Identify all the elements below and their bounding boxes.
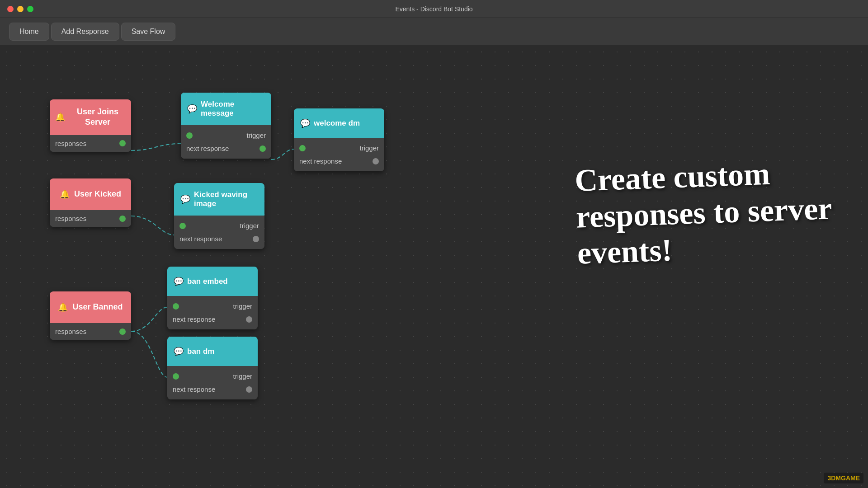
next-response-connector-ban-dm[interactable]: [246, 386, 252, 393]
next-response-label-ban-embed: next response: [173, 315, 215, 323]
next-response-row-welcome: next response: [186, 142, 266, 155]
response-node-kicked-waving-body: trigger next response: [174, 216, 264, 249]
next-response-row-kicked-waving: next response: [179, 232, 259, 245]
trigger-row-welcome-dm: trigger: [299, 141, 379, 155]
response-node-ban-embed-header: 💬 ban embed: [167, 267, 258, 296]
trigger-label-ban-embed: trigger: [233, 302, 252, 310]
event-node-user-kicked-header: 🔔 User Kicked: [50, 178, 131, 210]
toolbar: Home Add Response Save Flow: [0, 18, 868, 45]
response-node-welcome-msg-body: trigger next response: [181, 125, 271, 159]
responses-label-banned: responses: [55, 328, 86, 335]
next-response-connector-welcome-dm[interactable]: [373, 158, 379, 164]
bell-icon-kicked: 🔔: [60, 189, 70, 199]
next-response-row-welcome-dm: next response: [299, 155, 379, 168]
event-node-user-kicked-footer: responses: [50, 210, 131, 227]
next-response-row-ban-embed: next response: [173, 313, 252, 326]
trigger-connector-kicked-waving[interactable]: [179, 223, 186, 229]
response-node-welcome-dm-body: trigger next response: [294, 138, 384, 171]
response-node-welcome-dm-label: welcome dm: [314, 119, 360, 128]
promo-text: Create custom responses to server events…: [574, 154, 834, 272]
trigger-row-ban-embed: trigger: [173, 300, 252, 313]
close-button[interactable]: [7, 6, 14, 12]
next-response-connector-welcome[interactable]: [259, 145, 266, 152]
trigger-connector-welcome-dm[interactable]: [299, 145, 306, 151]
response-node-kicked-waving-header: 💬 Kicked waving image: [174, 183, 264, 216]
trigger-connector-ban-embed[interactable]: [173, 303, 179, 310]
chat-icon-welcome: 💬: [187, 104, 197, 114]
response-node-ban-embed-body: trigger next response: [167, 296, 258, 329]
next-response-label-welcome: next response: [186, 145, 229, 152]
event-node-user-banned-label: User Banned: [72, 302, 123, 312]
trigger-label-welcome: trigger: [246, 131, 266, 139]
save-flow-button[interactable]: Save Flow: [121, 23, 176, 41]
response-node-ban-embed-label: ban embed: [187, 277, 228, 286]
event-node-user-banned-footer: responses: [50, 323, 131, 340]
trigger-label-welcome-dm: trigger: [359, 144, 379, 152]
promo-line3: events!: [576, 233, 672, 271]
trigger-label-ban-dm: trigger: [233, 372, 252, 380]
response-node-ban-embed[interactable]: 💬 ban embed trigger next response: [167, 267, 258, 329]
next-response-connector-ban-embed[interactable]: [246, 316, 252, 323]
response-node-kicked-waving[interactable]: 💬 Kicked waving image trigger next respo…: [174, 183, 264, 249]
title-bar: Events - Discord Bot Studio: [0, 0, 868, 18]
chat-icon-ban-embed: 💬: [174, 277, 184, 286]
add-response-button[interactable]: Add Response: [51, 23, 119, 41]
responses-label: responses: [55, 140, 86, 147]
next-response-label-kicked-waving: next response: [179, 235, 222, 243]
trigger-label-kicked-waving: trigger: [240, 222, 259, 230]
event-node-user-banned-header: 🔔 User Banned: [50, 291, 131, 323]
trigger-row-kicked-waving: trigger: [179, 219, 259, 232]
bell-icon: 🔔: [55, 112, 65, 122]
response-node-ban-dm[interactable]: 💬 ban dm trigger next response: [167, 337, 258, 399]
response-node-welcome-msg[interactable]: 💬 Welcome message trigger next response: [181, 93, 271, 159]
next-response-connector-kicked-waving[interactable]: [253, 236, 259, 242]
responses-connector-kicked[interactable]: [119, 216, 126, 222]
chat-icon-welcome-dm: 💬: [300, 118, 310, 128]
chat-icon-ban-dm: 💬: [174, 347, 184, 357]
next-response-row-ban-dm: next response: [173, 383, 252, 396]
chat-icon-kicked-waving: 💬: [180, 194, 190, 204]
window-title: Events - Discord Bot Studio: [395, 5, 472, 13]
event-node-user-kicked-label: User Kicked: [74, 189, 121, 199]
trigger-row-welcome: trigger: [186, 129, 266, 142]
response-node-ban-dm-body: trigger next response: [167, 366, 258, 399]
response-node-kicked-waving-label: Kicked waving image: [194, 190, 258, 208]
maximize-button[interactable]: [27, 6, 33, 12]
window-controls: [7, 6, 33, 12]
response-node-ban-dm-label: ban dm: [187, 347, 214, 356]
responses-label-kicked: responses: [55, 215, 86, 222]
promo-line2: responses to server: [575, 191, 832, 235]
response-node-welcome-dm-header: 💬 welcome dm: [294, 108, 384, 138]
trigger-row-ban-dm: trigger: [173, 370, 252, 383]
home-button[interactable]: Home: [9, 23, 49, 41]
responses-connector-banned[interactable]: [119, 328, 126, 335]
event-node-user-joins[interactable]: 🔔 User Joins Server responses: [50, 99, 131, 152]
event-node-user-joins-label: User Joins Server: [70, 107, 126, 128]
event-node-user-joins-footer: responses: [50, 135, 131, 152]
promo-line1: Create custom: [574, 156, 771, 198]
next-response-label-welcome-dm: next response: [299, 157, 342, 165]
next-response-label-ban-dm: next response: [173, 385, 215, 393]
canvas: 🔔 User Joins Server responses 🔔 User Kic…: [0, 45, 868, 488]
watermark: 3DMGAME: [824, 473, 863, 483]
response-node-welcome-dm[interactable]: 💬 welcome dm trigger next response: [294, 108, 384, 171]
responses-connector[interactable]: [119, 140, 126, 146]
event-node-user-banned[interactable]: 🔔 User Banned responses: [50, 291, 131, 340]
response-node-welcome-msg-header: 💬 Welcome message: [181, 93, 271, 125]
response-node-welcome-msg-label: Welcome message: [201, 100, 265, 118]
response-node-ban-dm-header: 💬 ban dm: [167, 337, 258, 366]
minimize-button[interactable]: [17, 6, 24, 12]
event-node-user-kicked[interactable]: 🔔 User Kicked responses: [50, 178, 131, 227]
bell-icon-banned: 🔔: [58, 302, 68, 312]
trigger-connector-welcome[interactable]: [186, 132, 193, 139]
event-node-user-joins-header: 🔔 User Joins Server: [50, 99, 131, 135]
trigger-connector-ban-dm[interactable]: [173, 373, 179, 380]
